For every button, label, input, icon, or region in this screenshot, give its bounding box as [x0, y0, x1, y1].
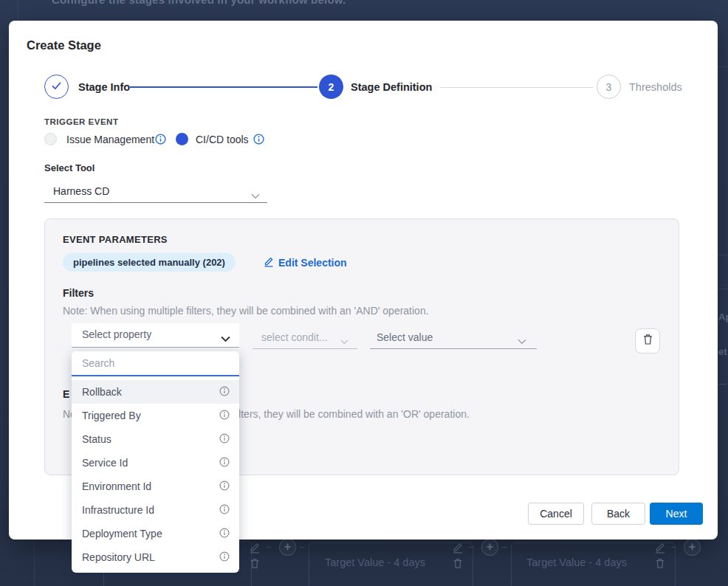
edit-selection-label: Edit Selection [278, 257, 347, 269]
next-button[interactable]: Next [650, 503, 703, 525]
info-icon[interactable] [219, 433, 230, 446]
background-dash [502, 547, 506, 548]
step-3-label[interactable]: Thresholds [629, 81, 682, 93]
select-tool-label: Select Tool [44, 162, 95, 173]
modal-title: Create Stage [27, 38, 101, 52]
property-select[interactable]: Select property [72, 323, 239, 348]
info-icon[interactable] [219, 457, 230, 469]
trash-icon [642, 334, 653, 348]
dropdown-item-service-id[interactable]: Service Id [72, 451, 239, 475]
trash-icon [655, 558, 665, 572]
dropdown-item-infrastructure-id[interactable]: Infrastructure Id [72, 498, 239, 522]
background-dash [267, 547, 271, 548]
background-target-value-label: Target Value - 4 days [526, 556, 627, 568]
radio-cicd-tools-label[interactable]: CI/CD tools [196, 134, 249, 145]
trash-icon [250, 558, 260, 572]
dropdown-item-status[interactable]: Status [72, 427, 239, 451]
value-select-placeholder: Select value [370, 327, 537, 348]
edit-icon [452, 542, 464, 556]
dropdown-item-label: Triggered By [82, 410, 141, 421]
create-stage-modal: Create Stage Stage Info 2 Stage Definiti… [9, 21, 718, 540]
background-dash [718, 384, 727, 385]
dropdown-item-label: Environment Id [82, 480, 151, 492]
edit-selection-link[interactable]: Edit Selection [264, 256, 347, 269]
background-panel-edge [18, 0, 18, 21]
background-text-fragment: Ap [718, 311, 728, 323]
chevron-down-icon [251, 189, 260, 202]
step-1-indicator[interactable] [44, 75, 69, 99]
add-button: + [481, 539, 498, 556]
selection-chip: pipelines selected manually (202) [63, 253, 236, 272]
tool-select-value: Harness CD [44, 181, 267, 202]
event-parameters-heading: EVENT PARAMETERS [63, 234, 168, 245]
background-divider [718, 289, 728, 289]
filters-note: Note: When using multiple filters, they … [63, 305, 429, 317]
edit-icon [264, 256, 274, 269]
back-button[interactable]: Back [591, 503, 645, 525]
tool-select[interactable]: Harness CD [44, 181, 267, 203]
stepper-connector-done [130, 86, 317, 88]
background-dash [300, 547, 304, 548]
check-icon [51, 81, 62, 93]
dropdown-item-label: Deployment Type [82, 528, 162, 540]
dropdown-item-label: Repository URL [82, 551, 155, 563]
property-dropdown-panel: Rollback Triggered By Status Service Id … [72, 351, 239, 573]
dropdown-item-label: Status [82, 433, 111, 445]
edit-icon [249, 542, 261, 556]
dropdown-item-label: Service Id [82, 457, 128, 469]
info-icon[interactable] [253, 134, 264, 148]
add-button: + [279, 539, 296, 556]
step-2-indicator[interactable]: 2 [319, 75, 343, 99]
step-1-label[interactable]: Stage Info [78, 81, 130, 93]
chevron-down-icon [221, 332, 230, 345]
condition-select[interactable]: select condit... [253, 327, 357, 349]
dropdown-item-triggered-by[interactable]: Triggered By [72, 404, 239, 427]
stepper-connector-upcoming [440, 87, 594, 88]
trash-icon [453, 558, 463, 572]
dropdown-item-deployment-type[interactable]: Deployment Type [72, 522, 239, 545]
radio-issue-management[interactable] [44, 133, 57, 145]
info-icon[interactable] [219, 528, 230, 540]
background-text-fragment: et [718, 346, 727, 357]
background-banner-text: Configure the stages involved in your wo… [52, 0, 346, 6]
filters-heading: Filters [63, 287, 94, 299]
dropdown-item-repository-url[interactable]: Repository URL [72, 545, 239, 569]
dropdown-item-label: Infrastructure Id [82, 504, 154, 516]
add-button: + [684, 539, 701, 556]
background-card-edge [34, 541, 35, 586]
info-icon[interactable] [219, 386, 230, 399]
info-icon[interactable] [219, 480, 230, 493]
chevron-down-icon [518, 334, 526, 348]
info-icon[interactable] [219, 410, 230, 422]
screen: Configure the stages involved in your wo… [0, 0, 728, 586]
info-icon[interactable] [219, 504, 230, 517]
info-icon[interactable] [155, 134, 166, 148]
background-divider [718, 66, 728, 67]
dropdown-item-rollback[interactable]: Rollback [72, 380, 239, 404]
trigger-event-label: TRIGGER EVENT [44, 117, 118, 126]
radio-cicd-tools[interactable] [176, 133, 188, 145]
chevron-down-icon [340, 334, 348, 348]
property-dropdown-list: Rollback Triggered By Status Service Id … [72, 376, 239, 569]
dropdown-item-environment-id[interactable]: Environment Id [72, 475, 239, 498]
background-divider [718, 255, 728, 255]
dropdown-item-label: Rollback [82, 386, 122, 398]
property-select-placeholder: Select property [72, 323, 239, 346]
background-dash [469, 547, 473, 548]
delete-filter-button[interactable] [635, 328, 660, 354]
dropdown-search-input[interactable] [72, 351, 239, 376]
edit-icon [654, 542, 666, 556]
execution-filters-heading-fragment: E [63, 388, 69, 400]
step-2-label[interactable]: Stage Definition [351, 81, 432, 93]
value-select[interactable]: Select value [370, 327, 537, 349]
info-icon[interactable] [219, 551, 230, 564]
radio-issue-management-label[interactable]: Issue Management [66, 134, 154, 145]
step-3-indicator[interactable]: 3 [597, 75, 621, 99]
cancel-button[interactable]: Cancel [528, 503, 584, 525]
background-target-value-label: Target Value - 4 days [325, 556, 425, 568]
background-dash [671, 547, 676, 548]
